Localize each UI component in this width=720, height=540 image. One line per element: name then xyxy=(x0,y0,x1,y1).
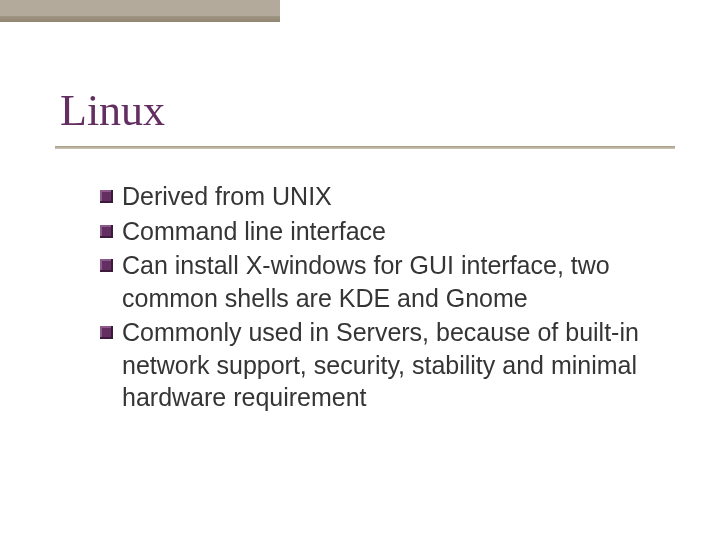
title-underline xyxy=(55,146,675,149)
list-item: Can install X-windows for GUI interface,… xyxy=(100,249,660,314)
dotted-background-band-2 xyxy=(0,61,43,491)
slide-title: Linux xyxy=(60,85,165,136)
dotted-background-band-1 xyxy=(0,22,720,56)
bullet-list: Derived from UNIX Command line interface… xyxy=(100,180,660,416)
list-item: Command line interface xyxy=(100,215,660,248)
list-item-text: Derived from UNIX xyxy=(122,182,332,210)
dotted-background-band-3 xyxy=(0,496,720,508)
list-item-text: Can install X-windows for GUI interface,… xyxy=(122,251,610,312)
diamond-bullet-icon xyxy=(100,225,113,238)
decorative-top-bar xyxy=(0,0,280,22)
diamond-bullet-icon xyxy=(100,326,113,339)
list-item: Commonly used in Servers, because of bui… xyxy=(100,316,660,414)
list-item: Derived from UNIX xyxy=(100,180,660,213)
diamond-bullet-icon xyxy=(100,259,113,272)
list-item-text: Commonly used in Servers, because of bui… xyxy=(122,318,639,411)
list-item-text: Command line interface xyxy=(122,217,386,245)
diamond-bullet-icon xyxy=(100,190,113,203)
